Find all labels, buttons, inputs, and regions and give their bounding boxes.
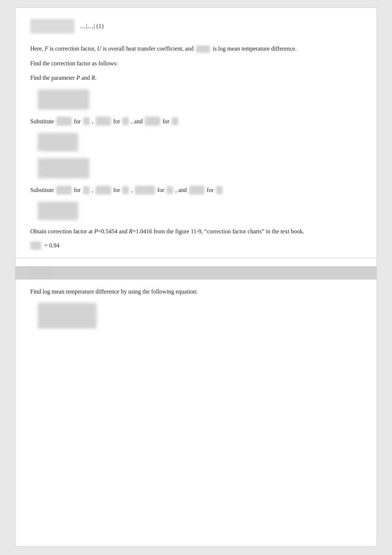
para-find-log: Find log mean temperature difference by … [30, 287, 362, 297]
substitute-line-2: Substitute for , for , for , and for [30, 185, 362, 195]
equation-block-2 [38, 133, 362, 151]
equation-image-3 [38, 158, 89, 178]
substitute-label-1: Substitute [30, 116, 54, 126]
header-row: …|…| (1) [30, 19, 362, 34]
sub-img-2a [56, 186, 72, 195]
sub-img-2e [135, 186, 155, 195]
equation-block-3 [38, 158, 362, 178]
para-obtain-correction: Obtain correction factor at P=0.5454 and… [30, 227, 362, 236]
sub-img-1e [145, 117, 160, 126]
variable-U: U [97, 45, 102, 52]
equation-image-5 [38, 303, 97, 329]
page-container: …|…| (1) Here, F is correction factor, U… [15, 7, 377, 547]
substitute-line-1: Substitute for , for , and for [30, 116, 362, 126]
para-find-parameter: Find the parameter P and R. [30, 73, 362, 83]
result-line: = 0.94 [30, 241, 362, 250]
variable-R: R [92, 75, 95, 81]
substitute-label-2: Substitute [30, 185, 54, 195]
result-symbol-blur [30, 241, 41, 250]
sub-img-2c [96, 186, 111, 195]
sub-img-1d [122, 117, 129, 125]
sub-img-1c [96, 117, 111, 126]
sub-img-2h [216, 186, 223, 194]
equation-block-1 [38, 89, 362, 110]
equation-block-4 [38, 202, 362, 220]
equation-image-2 [38, 133, 78, 151]
result-value: = 0.94 [44, 242, 59, 249]
header-formula: …|…| (1) [80, 23, 104, 30]
section-divider [16, 258, 376, 258]
para-correction-factor: Here, F is correction factor, U is overa… [30, 44, 362, 54]
sub-img-2d [122, 186, 129, 194]
sub-img-1f [172, 117, 178, 125]
temperature-symbol-blur [196, 45, 210, 53]
step-header [16, 266, 376, 280]
header-image-blur [30, 19, 75, 34]
sub-img-2g [189, 186, 204, 195]
sub-img-2f [166, 186, 173, 194]
para-find-correction: Find the correction factor as follows: [30, 59, 362, 68]
variable-F: F [45, 45, 48, 52]
variable-P: P [76, 75, 80, 81]
step-label-blur [30, 269, 52, 277]
equation-image-1 [38, 89, 89, 110]
equation-image-4 [38, 202, 78, 220]
equation-block-5 [38, 303, 362, 329]
sub-img-1b [83, 117, 90, 125]
sub-img-1a [56, 117, 72, 126]
sub-img-2b [83, 186, 90, 194]
